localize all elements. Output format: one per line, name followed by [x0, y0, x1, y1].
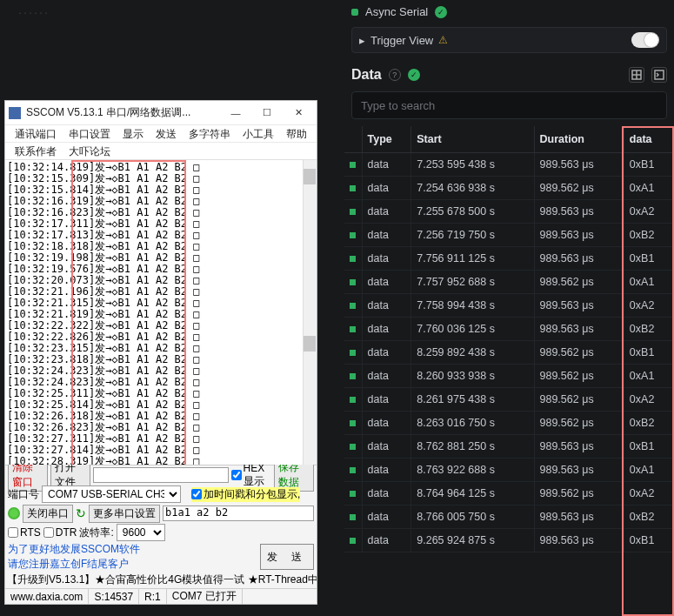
- menu-item[interactable]: 通讯端口: [9, 125, 63, 142]
- baud-select[interactable]: 9600: [117, 524, 165, 541]
- table-row[interactable]: data7.255 678 500 s989.563 μs0xA2: [344, 200, 674, 224]
- row-indicator: [344, 247, 362, 271]
- cell-duration: 989.563 μs: [534, 200, 624, 224]
- col-type[interactable]: Type: [362, 126, 411, 153]
- table-row[interactable]: data7.760 036 125 s989.563 μs0xB2: [344, 318, 674, 341]
- status-bar: www.daxia.com S:14537 R:1 COM7 已打开: [5, 588, 317, 604]
- cell-type: data: [362, 153, 411, 177]
- cell-start: 8.263 016 750 s: [411, 412, 534, 435]
- cell-type: data: [362, 435, 411, 459]
- timestamp-check[interactable]: 加时间戳和分包显示,: [191, 487, 300, 502]
- menu-item[interactable]: 帮助: [280, 125, 313, 142]
- data-title: Data: [351, 67, 382, 83]
- cell-type: data: [362, 224, 411, 247]
- menu-item[interactable]: 显示: [117, 125, 150, 142]
- port-select[interactable]: COM7 USB-SERIAL CH340: [42, 485, 181, 503]
- cell-duration: 989.563 μs: [534, 247, 624, 271]
- cell-type: data: [362, 365, 411, 388]
- search-input[interactable]: Type to search: [351, 91, 667, 119]
- protocol-row[interactable]: Async Serial ✓: [344, 0, 674, 27]
- titlebar[interactable]: SSCOM V5.13.1 串口/网络数据调... — ☐ ✕: [5, 101, 317, 125]
- refresh-icon[interactable]: ↻: [76, 506, 86, 520]
- cell-type: data: [362, 388, 411, 412]
- cell-start: 7.760 036 125 s: [411, 318, 534, 341]
- bottom-promo[interactable]: 【升级到V5.13.1】★合宙高性价比4G模块值得一试 ★RT-Thread中国: [5, 572, 317, 588]
- scrollbar[interactable]: [303, 160, 317, 465]
- cell-duration: 989.563 μs: [534, 294, 624, 318]
- protocol-name: Async Serial: [365, 5, 428, 18]
- table-row[interactable]: data8.763 922 688 s989.563 μs0xA1: [344, 459, 674, 482]
- cell-start: 8.766 005 750 s: [411, 506, 534, 529]
- row-indicator: [344, 153, 362, 177]
- cell-data: 0xB1: [624, 435, 673, 459]
- table-row[interactable]: data7.757 952 688 s989.562 μs0xA1: [344, 271, 674, 294]
- table-row[interactable]: data8.259 892 438 s989.562 μs0xB1: [344, 341, 674, 365]
- col-duration[interactable]: Duration: [534, 126, 624, 153]
- table-row[interactable]: data9.265 924 875 s989.563 μs0xB1: [344, 529, 674, 552]
- search-placeholder: Type to search: [361, 99, 435, 112]
- cell-start: 8.259 892 438 s: [411, 341, 534, 365]
- tx-input[interactable]: b1a1 a2 b2: [163, 506, 314, 521]
- status-sent: S:14537: [89, 589, 139, 604]
- table-view-icon[interactable]: [629, 67, 644, 83]
- cell-data: 0xA1: [624, 365, 673, 388]
- status-site[interactable]: www.daxia.com: [5, 589, 89, 604]
- hex-display-check[interactable]: HEX显示: [231, 462, 272, 489]
- table-row[interactable]: data8.263 016 750 s989.562 μs0xB2: [344, 412, 674, 435]
- table-row[interactable]: data7.253 595 438 s989.563 μs0xB1: [344, 153, 674, 177]
- menu-item[interactable]: 发送: [150, 125, 183, 142]
- trigger-view-row[interactable]: ▸ Trigger View ⚠: [351, 27, 667, 53]
- menu-item[interactable]: 大吓论坛: [63, 143, 117, 159]
- check-icon: ✓: [435, 6, 447, 18]
- more-settings-button[interactable]: 更多串口设置: [89, 505, 160, 523]
- trigger-toggle[interactable]: [631, 32, 659, 48]
- minimize-button[interactable]: —: [221, 104, 250, 123]
- cell-duration: 989.562 μs: [534, 177, 624, 200]
- col-start[interactable]: Start: [411, 126, 534, 153]
- cell-duration: 989.563 μs: [534, 529, 624, 552]
- help-icon[interactable]: ?: [389, 69, 401, 81]
- maximize-button[interactable]: ☐: [252, 104, 282, 123]
- close-button[interactable]: ✕: [284, 104, 313, 123]
- trigger-label: Trigger View: [370, 34, 433, 47]
- promo-line1: 为了更好地发展SSCOM软件: [8, 542, 257, 557]
- row-indicator: [344, 200, 362, 224]
- faint-text: ······: [17, 9, 49, 18]
- protocol-status-icon: [351, 9, 358, 16]
- table-row[interactable]: data7.756 911 125 s989.563 μs0xB1: [344, 247, 674, 271]
- scroll-thumb[interactable]: [304, 336, 316, 352]
- scroll-thumb[interactable]: [304, 169, 316, 184]
- port-status-icon: [8, 507, 20, 519]
- status-com: COM7 已打开: [167, 589, 243, 604]
- row-indicator: [344, 482, 362, 506]
- terminal-view-icon[interactable]: [651, 67, 667, 83]
- table-row[interactable]: data8.261 975 438 s989.562 μs0xA2: [344, 388, 674, 412]
- data-table-wrap: Type Start Duration data data7.253 595 4…: [344, 126, 674, 616]
- table-row[interactable]: data7.254 636 938 s989.562 μs0xA1: [344, 177, 674, 200]
- cell-start: 8.762 881 250 s: [411, 435, 534, 459]
- table-row[interactable]: data8.762 881 250 s989.563 μs0xB1: [344, 435, 674, 459]
- menu-item[interactable]: 小工具: [237, 125, 280, 142]
- row-indicator: [344, 459, 362, 482]
- table-row[interactable]: data8.764 964 125 s989.562 μs0xA2: [344, 482, 674, 506]
- col-data[interactable]: data: [624, 126, 673, 153]
- send-button[interactable]: 发 送: [260, 544, 314, 570]
- file-path-input[interactable]: [93, 467, 229, 483]
- table-row[interactable]: data7.758 994 438 s989.563 μs0xA2: [344, 294, 674, 318]
- row-indicator: [344, 318, 362, 341]
- cell-duration: 989.562 μs: [534, 388, 624, 412]
- menu-item[interactable]: 串口设置: [63, 125, 117, 142]
- dtr-check[interactable]: DTR: [43, 526, 77, 539]
- menu-item[interactable]: 联系作者: [9, 143, 63, 159]
- log-area[interactable]: [10:32:14.819]发→◇B1 A1 A2 B2 □[10:32:15.…: [5, 160, 317, 465]
- menu-item[interactable]: 多字符串: [183, 125, 237, 142]
- row-indicator: [344, 294, 362, 318]
- close-port-button[interactable]: 关闭串口: [23, 505, 73, 523]
- table-row[interactable]: data8.766 005 750 s989.563 μs0xB2: [344, 506, 674, 529]
- cell-duration: 989.562 μs: [534, 412, 624, 435]
- table-row[interactable]: data7.256 719 750 s989.563 μs0xB2: [344, 224, 674, 247]
- rts-check[interactable]: RTS: [8, 526, 41, 539]
- cell-type: data: [362, 482, 411, 506]
- cell-type: data: [362, 506, 411, 529]
- table-row[interactable]: data8.260 933 938 s989.562 μs0xA1: [344, 365, 674, 388]
